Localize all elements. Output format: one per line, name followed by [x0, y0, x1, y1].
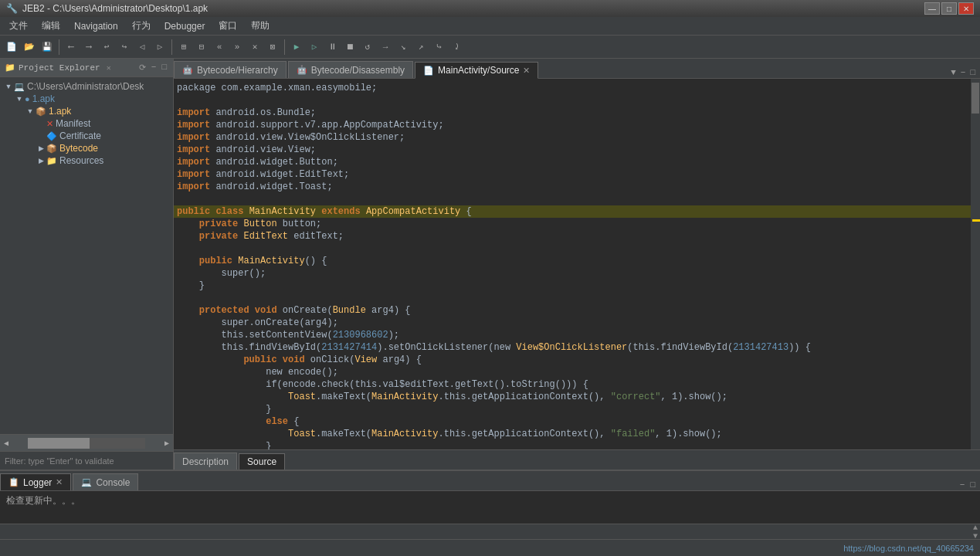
code-scroll[interactable]: package com.example.xman.easymobile; imp… [174, 79, 971, 449]
stop2-button[interactable]: ⊠ [264, 39, 281, 56]
minimize-button[interactable]: — [924, 2, 940, 15]
debug-extra2[interactable]: ⤸ [448, 39, 465, 56]
minimize-panel-icon[interactable]: − [150, 62, 158, 73]
tree-root[interactable]: ▼ 💻 C:\Users\Administrator\Desk [0, 80, 173, 93]
tab-logger[interactable]: 📋 Logger ✕ [0, 473, 71, 490]
menu-help[interactable]: 帮助 [245, 17, 276, 35]
tree-apk-2[interactable]: ▼ 📦 1.apk [0, 105, 173, 117]
forward-button[interactable]: ⟶ [80, 39, 97, 56]
tree-arrow-resources: ▶ [36, 157, 46, 164]
tree-label-bytecode: Bytecode [59, 143, 98, 154]
status-url: https://blog.csdn.net/qq_40665234 [843, 544, 974, 553]
undo-button[interactable]: ↩ [98, 39, 115, 56]
debug-extra[interactable]: ⤷ [430, 39, 447, 56]
stop-button[interactable]: ✕ [246, 39, 263, 56]
tab-main-activity-source[interactable]: 📄 MainActivity/Source ✕ [415, 62, 538, 79]
back-button[interactable]: ⟵ [63, 39, 80, 56]
logger-icon: 📋 [8, 477, 19, 487]
code-line: else { [174, 415, 971, 428]
debug-play[interactable]: ▷ [306, 39, 323, 56]
maximize-panel-icon[interactable]: □ [160, 62, 168, 73]
tree-arrow-apk2: ▼ [25, 107, 36, 115]
code-line: Toast.makeText(MainActivity.this.getAppl… [174, 428, 971, 440]
log-text: 检查更新中。。。 [6, 494, 974, 507]
tab-source[interactable]: Source [239, 453, 285, 470]
menu-bar: 文件 编辑 Navigation 行为 Debugger 窗口 帮助 [0, 17, 980, 36]
menu-edit[interactable]: 编辑 [36, 17, 66, 35]
debug-step3[interactable]: ↘ [395, 39, 412, 56]
debug-run[interactable]: ▶ [288, 39, 305, 56]
tab-bytecode-disassembly[interactable]: 🤖 Bytecode/Disassembly [288, 61, 413, 78]
debug-stop[interactable]: ⏹ [341, 39, 358, 56]
debug-step2[interactable]: → [377, 39, 394, 56]
code-line: import android.support.v7.app.AppCompatA… [174, 119, 971, 131]
code-line: } [174, 403, 971, 415]
save-button[interactable]: 💾 [39, 39, 56, 56]
tab-icon-source: 📄 [423, 66, 434, 76]
menu-file[interactable]: 文件 [3, 17, 34, 35]
panel-header: 📁 Project Explorer ✕ ⟳ − □ [0, 59, 173, 77]
tree-manifest[interactable]: ▶ ✕ Manifest [0, 117, 173, 130]
tree-apk-1[interactable]: ▼ ● 1.apk [0, 93, 173, 105]
tabs-menu-icon[interactable]: ▼ [949, 67, 958, 78]
debug-step[interactable]: ↺ [359, 39, 376, 56]
tree-arrow-manifest: ▶ [36, 120, 46, 127]
vscroll-up[interactable]: ▲ [973, 524, 978, 532]
filter-text: Filter: type "Enter" to validate [5, 456, 114, 466]
bottom-maximize-icon[interactable]: □ [968, 480, 977, 490]
menu-debugger[interactable]: Debugger [158, 17, 212, 35]
tabs-maximize-icon[interactable]: □ [968, 67, 977, 78]
bottom-minimize-icon[interactable]: − [958, 480, 967, 490]
menu-action[interactable]: 行为 [126, 17, 157, 35]
vertical-scrollbar[interactable] [971, 79, 980, 449]
tree-arrow-apk1: ▼ [14, 95, 25, 103]
tree-certificate[interactable]: ▶ 🔷 Certificate [0, 130, 173, 142]
new-button[interactable]: 📄 [3, 39, 20, 56]
tab-bytecode-hierarchy[interactable]: 🤖 Bytecode/Hierarchy [174, 61, 287, 78]
code-line [174, 292, 971, 304]
tab-console[interactable]: 💻 Console [73, 473, 138, 490]
tabs-minimize-icon[interactable]: − [959, 67, 968, 78]
scroll-left-arrow[interactable]: ◀ [0, 439, 12, 448]
grid2-button[interactable]: ⊟ [193, 39, 210, 56]
arrow-right[interactable]: » [229, 39, 246, 56]
app-icon: 🔧 [6, 3, 18, 14]
nav-right[interactable]: ▷ [151, 39, 168, 56]
horizontal-scrollbar[interactable] [28, 438, 145, 449]
panel-title: Project Explorer [19, 63, 100, 73]
code-line: this.findViewById(2131427414).setOnClick… [174, 341, 971, 354]
code-line [174, 193, 971, 205]
open-button[interactable]: 📂 [21, 39, 38, 56]
arrow-left[interactable]: « [211, 39, 228, 56]
cert-icon: 🔷 [46, 131, 57, 141]
tab-close-source[interactable]: ✕ [523, 66, 530, 76]
nav-left[interactable]: ◁ [134, 39, 151, 56]
menu-navigation[interactable]: Navigation [68, 17, 124, 35]
apk1-icon: ● [25, 94, 30, 103]
scroll-right-arrow[interactable]: ▶ [161, 439, 173, 448]
tree-label-apk1: 1.apk [32, 93, 55, 104]
tree-bytecode[interactable]: ▶ 📦 Bytecode [0, 142, 173, 154]
code-line: super(); [174, 267, 971, 280]
code-area[interactable]: package com.example.xman.easymobile; imp… [174, 79, 980, 449]
close-button[interactable]: ✕ [958, 2, 974, 15]
logger-close[interactable]: ✕ [56, 477, 63, 487]
code-line: import android.widget.Toast; [174, 181, 971, 193]
computer-icon: 💻 [14, 82, 25, 92]
sync-icon[interactable]: ⟳ [137, 62, 148, 73]
redo-button[interactable]: ↪ [116, 39, 133, 56]
tab-description[interactable]: Description [174, 453, 237, 470]
title-bar: 🔧 JEB2 - C:\Users\Administrator\Desktop\… [0, 0, 980, 17]
tree-resources[interactable]: ▶ 📁 Resources [0, 154, 173, 167]
menu-window[interactable]: 窗口 [212, 17, 243, 35]
debug-out[interactable]: ↗ [412, 39, 429, 56]
tab-label-description: Description [182, 456, 229, 467]
grid-button[interactable]: ⊞ [175, 39, 192, 56]
tab-icon-disassembly: 🤖 [297, 65, 307, 75]
vscroll-thumb [972, 83, 979, 114]
debug-pause[interactable]: ⏸ [324, 39, 341, 56]
filter-bar: Filter: type "Enter" to validate [0, 451, 173, 470]
maximize-button[interactable]: □ [941, 2, 957, 15]
bottom-tabs: 📋 Logger ✕ 💻 Console − □ [0, 471, 980, 491]
tree-label-apk2: 1.apk [49, 106, 71, 117]
